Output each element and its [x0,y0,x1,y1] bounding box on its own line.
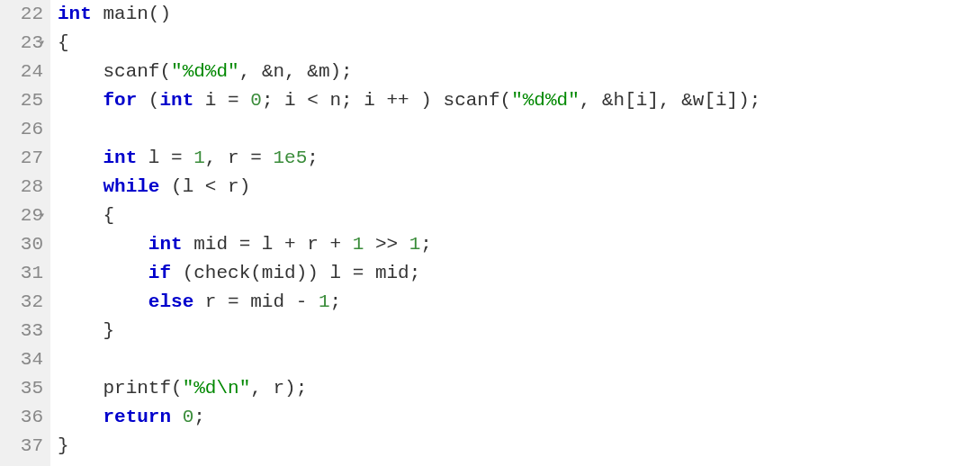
line-number: 36 [4,403,43,432]
fold-icon[interactable]: ▾ [40,202,45,230]
code-line: else r = mid - 1; [58,288,980,317]
line-number: 37 [4,432,43,461]
code-line: int mid = l + r + 1 >> 1; [58,230,980,259]
line-number: 25 [4,86,43,115]
line-number-gutter: 22 23▾ 24 25 26 27 28 29▾ 30 31 32 33 34… [0,0,50,466]
line-number: 31 [4,259,43,288]
code-line: printf("%d\n", r); [58,374,980,403]
code-line: int main() [58,0,980,29]
line-number: 32 [4,288,43,317]
code-line: return 0; [58,403,980,432]
code-line: } [58,317,980,345]
code-line [58,345,980,374]
code-line: while (l < r) [58,173,980,202]
code-line [58,115,980,144]
code-line: } [58,432,980,461]
line-number: 23▾ [4,29,43,58]
line-number: 33 [4,317,43,345]
line-number: 35 [4,374,43,403]
code-line: if (check(mid)) l = mid; [58,259,980,288]
fold-icon[interactable]: ▾ [40,29,45,58]
code-line: for (int i = 0; i < n; i ++ ) scanf("%d%… [58,86,980,115]
line-number: 29▾ [4,202,43,230]
code-editor[interactable]: int main() { scanf("%d%d", &n, &m); for … [50,0,980,466]
line-number: 27 [4,144,43,173]
code-line: { [58,202,980,230]
line-number: 24 [4,58,43,86]
code-line: scanf("%d%d", &n, &m); [58,58,980,86]
line-number: 34 [4,345,43,374]
line-number: 26 [4,115,43,144]
line-number: 28 [4,173,43,202]
code-line: { [58,29,980,58]
line-number: 22 [4,0,43,29]
line-number: 30 [4,230,43,259]
code-line: int l = 1, r = 1e5; [58,144,980,173]
